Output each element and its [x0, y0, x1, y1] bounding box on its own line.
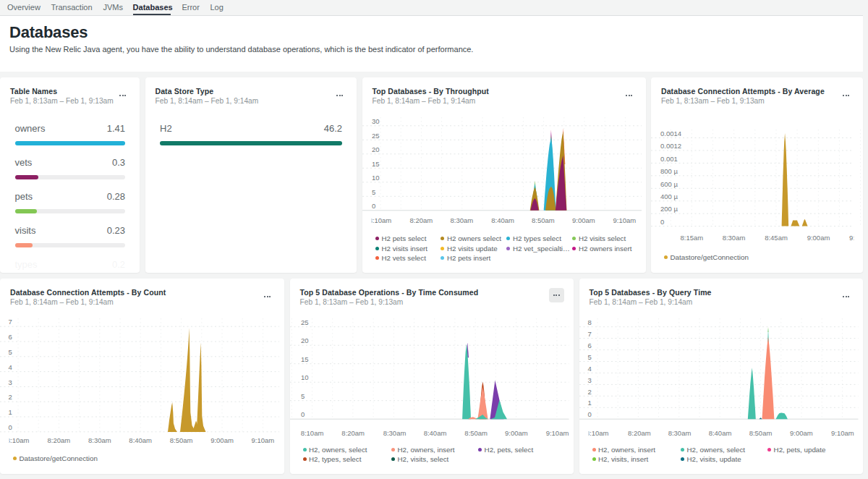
- svg-text:8:10am: 8:10am: [368, 216, 391, 224]
- svg-text:2: 2: [587, 387, 591, 395]
- svg-text:8:10am: 8:10am: [7, 436, 30, 444]
- svg-text:8:50am: 8:50am: [531, 216, 554, 224]
- svg-text:8:10am: 8:10am: [585, 428, 608, 436]
- svg-text:8:10am: 8:10am: [300, 428, 323, 436]
- svg-text:8:50am: 8:50am: [170, 436, 193, 444]
- svg-text:8:20am: 8:20am: [627, 428, 650, 436]
- svg-text:600 µ: 600 µ: [660, 179, 678, 187]
- svg-text:8:40am: 8:40am: [491, 216, 514, 224]
- svg-text:8:40am: 8:40am: [423, 428, 446, 436]
- svg-text:8:30am: 8:30am: [88, 436, 111, 444]
- svg-text:7: 7: [9, 318, 12, 326]
- svg-text:30: 30: [372, 117, 380, 125]
- svg-text:3: 3: [9, 378, 12, 386]
- svg-text:10: 10: [301, 373, 309, 381]
- svg-text:20: 20: [372, 145, 380, 153]
- svg-text:9:00am: 9:00am: [571, 216, 595, 224]
- svg-text:0.0014: 0.0014: [660, 129, 681, 137]
- svg-text:25: 25: [372, 131, 380, 139]
- svg-text:0: 0: [372, 202, 375, 210]
- svg-text:0: 0: [660, 217, 664, 225]
- svg-text:25: 25: [301, 318, 309, 326]
- svg-text:8:30am: 8:30am: [383, 428, 406, 436]
- svg-text:9:10am: 9:10am: [545, 428, 569, 436]
- svg-text:9:10am: 9:10am: [613, 216, 636, 224]
- svg-text:9:00am: 9:00am: [789, 428, 812, 436]
- svg-text:8:40am: 8:40am: [129, 436, 152, 444]
- svg-text:400 µ: 400 µ: [660, 192, 678, 200]
- svg-text:8:30am: 8:30am: [723, 234, 746, 242]
- svg-text:15: 15: [301, 355, 309, 363]
- svg-text:5: 5: [372, 187, 375, 195]
- svg-text:1: 1: [9, 408, 12, 416]
- svg-text:9:00am: 9:00am: [807, 234, 830, 242]
- svg-text:5: 5: [587, 352, 591, 360]
- svg-text:5: 5: [301, 391, 305, 399]
- svg-text:200 µ: 200 µ: [660, 205, 678, 213]
- svg-text:5: 5: [9, 348, 12, 356]
- svg-text:0.0012: 0.0012: [660, 142, 681, 150]
- svg-text:8:50am: 8:50am: [749, 428, 772, 436]
- svg-text:8:45am: 8:45am: [765, 234, 788, 242]
- svg-text:0: 0: [301, 410, 305, 418]
- svg-text:8:20am: 8:20am: [341, 428, 365, 436]
- svg-text:8:50am: 8:50am: [464, 428, 488, 436]
- svg-text:15: 15: [372, 159, 380, 167]
- svg-text:6: 6: [9, 333, 12, 341]
- svg-text:8:20am: 8:20am: [48, 436, 71, 444]
- svg-text:7: 7: [587, 329, 591, 337]
- svg-text:3: 3: [587, 376, 591, 383]
- svg-text:8: 8: [587, 318, 591, 326]
- svg-text:8:15am: 8:15am: [680, 234, 703, 242]
- svg-text:9:10am: 9:10am: [830, 428, 854, 436]
- svg-text:4: 4: [587, 364, 591, 372]
- svg-text:0: 0: [9, 423, 12, 431]
- svg-text:6: 6: [587, 341, 591, 349]
- svg-text:4: 4: [9, 363, 12, 370]
- svg-text:0.001: 0.001: [660, 154, 678, 162]
- svg-text:1: 1: [587, 399, 591, 407]
- svg-text:8:20am: 8:20am: [409, 216, 433, 224]
- svg-text:8:30am: 8:30am: [668, 428, 691, 436]
- svg-text:20: 20: [301, 336, 309, 344]
- svg-text:10: 10: [372, 174, 380, 182]
- svg-text:2: 2: [9, 393, 12, 401]
- svg-text:9:00am: 9:00am: [210, 436, 234, 444]
- svg-text:800 µ: 800 µ: [660, 167, 678, 175]
- svg-text:9:00am: 9:00am: [504, 428, 527, 436]
- svg-text:8:30am: 8:30am: [450, 216, 473, 224]
- svg-text:8:40am: 8:40am: [708, 428, 731, 436]
- svg-text:9:10am: 9:10am: [252, 436, 275, 444]
- svg-text:0: 0: [587, 410, 591, 418]
